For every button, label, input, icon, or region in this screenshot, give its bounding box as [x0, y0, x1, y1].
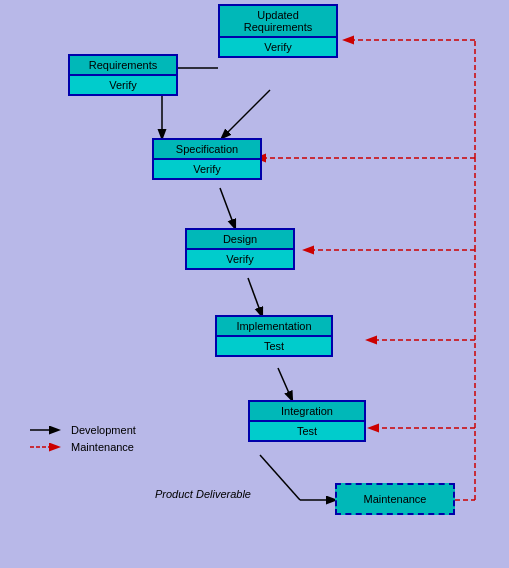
specification-sub: Verify [154, 158, 260, 178]
maintenance-title: Maintenance [337, 485, 453, 513]
requirements-box: Requirements Verify [68, 54, 178, 96]
legend-maintenance-label: Maintenance [71, 441, 134, 453]
implementation-sub: Test [217, 335, 331, 355]
updated-requirements-sub: Verify [220, 36, 336, 56]
legend: Development Maintenance [30, 424, 136, 458]
svg-line-0 [222, 90, 270, 138]
implementation-title: Implementation [217, 317, 331, 335]
svg-line-5 [260, 455, 300, 500]
specification-title: Specification [154, 140, 260, 158]
legend-development: Development [30, 424, 136, 436]
product-deliverable-label: Product Deliverable [155, 488, 251, 500]
requirements-sub: Verify [70, 74, 176, 94]
svg-line-4 [278, 368, 292, 400]
svg-line-3 [248, 278, 262, 316]
design-sub: Verify [187, 248, 293, 268]
maintenance-box: Maintenance [335, 483, 455, 515]
design-box: Design Verify [185, 228, 295, 270]
integration-sub: Test [250, 420, 364, 440]
integration-box: Integration Test [248, 400, 366, 442]
legend-maintenance: Maintenance [30, 441, 136, 453]
integration-title: Integration [250, 402, 364, 420]
implementation-box: Implementation Test [215, 315, 333, 357]
updated-requirements-box: Updated Requirements Verify [218, 4, 338, 58]
svg-line-2 [220, 188, 235, 228]
updated-requirements-title: Updated Requirements [220, 6, 336, 36]
specification-box: Specification Verify [152, 138, 262, 180]
requirements-title: Requirements [70, 56, 176, 74]
design-title: Design [187, 230, 293, 248]
legend-development-label: Development [71, 424, 136, 436]
